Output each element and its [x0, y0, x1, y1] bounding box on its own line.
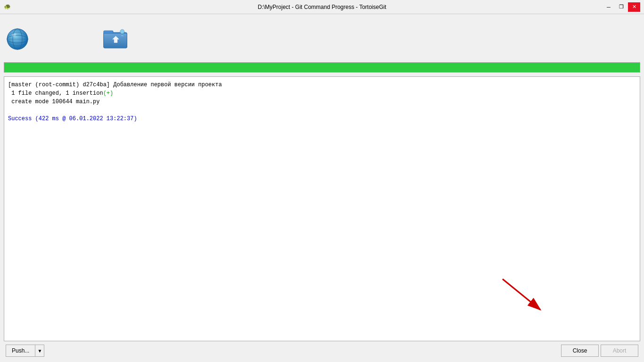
bottom-bar: Push... ▼ Close Abort: [4, 341, 640, 358]
globe-icon: [6, 27, 29, 51]
push-button[interactable]: Push...: [6, 345, 35, 357]
minimize-button[interactable]: ─: [603, 2, 615, 12]
close-button[interactable]: Close: [561, 345, 599, 357]
title-bar: 🐢 D:\MyProject - Git Command Progress - …: [0, 0, 644, 14]
bottom-right: Close Abort: [561, 345, 638, 357]
icons-row: [4, 18, 640, 60]
title-bar-left: 🐢: [4, 3, 11, 11]
progress-bar-fill: [4, 63, 640, 72]
output-line-3: create mode 100644 main.py: [8, 98, 636, 106]
plus-text: (+): [103, 90, 114, 97]
output-line-success: Success (422 ms @ 06.01.2022 13:22:37): [8, 115, 636, 123]
abort-button[interactable]: Abort: [601, 345, 638, 357]
output-line-2: 1 file changed, 1 insertion(+): [8, 89, 636, 98]
title-controls: ─ ❐ ✕: [603, 2, 640, 12]
window-title: D:\MyProject - Git Command Progress - To…: [258, 4, 387, 10]
push-dropdown-button[interactable]: ▼: [35, 345, 44, 357]
close-window-button[interactable]: ✕: [628, 2, 640, 12]
output-line-1: [master (root-commit) d27c4ba] Добавлени…: [8, 81, 636, 89]
output-area: [master (root-commit) d27c4ba] Добавлени…: [4, 76, 640, 341]
folder-icon: [103, 26, 129, 52]
main-content: [master (root-commit) d27c4ba] Добавлени…: [0, 14, 644, 362]
output-line-4: [8, 106, 636, 115]
app-icon: 🐢: [4, 3, 11, 11]
restore-button[interactable]: ❐: [615, 2, 627, 12]
svg-point-10: [120, 29, 124, 33]
bottom-left: Push... ▼: [6, 345, 44, 357]
progress-bar-container: [4, 62, 640, 73]
